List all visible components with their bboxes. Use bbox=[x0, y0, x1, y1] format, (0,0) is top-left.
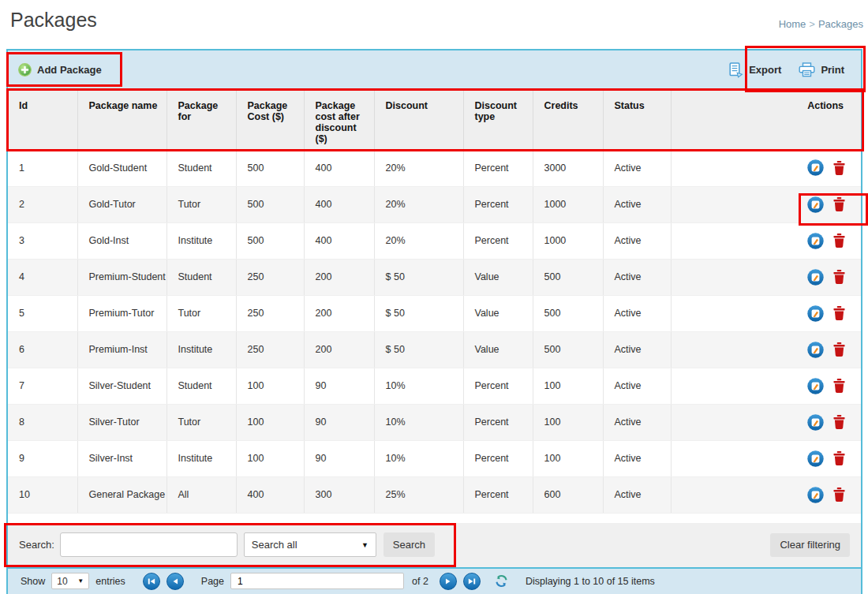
cell-discount: $ 50 bbox=[374, 259, 463, 295]
first-page-button[interactable] bbox=[143, 573, 160, 590]
edit-button[interactable] bbox=[807, 414, 824, 431]
cell-credits: 1000 bbox=[533, 222, 603, 259]
cell-cost: 500 bbox=[236, 150, 304, 186]
breadcrumb-home-link[interactable]: Home bbox=[779, 18, 806, 30]
edit-button[interactable] bbox=[807, 378, 824, 394]
delete-button[interactable] bbox=[833, 379, 845, 393]
trash-icon bbox=[833, 488, 845, 502]
column-header-discount: Discount bbox=[374, 89, 463, 150]
cell-actions bbox=[671, 368, 861, 404]
cell-id: 9 bbox=[8, 440, 77, 476]
delete-button[interactable] bbox=[833, 233, 845, 248]
export-button[interactable]: Export bbox=[729, 62, 781, 78]
of-total-label: of 2 bbox=[412, 576, 428, 587]
delete-button[interactable] bbox=[833, 197, 845, 211]
cell-actions bbox=[671, 186, 861, 222]
next-page-button[interactable] bbox=[440, 573, 457, 590]
table-row: 10 General Package All 400 300 25% Perce… bbox=[8, 476, 861, 513]
cell-package-for: Student bbox=[166, 368, 236, 404]
refresh-button[interactable] bbox=[495, 574, 508, 588]
print-icon bbox=[799, 62, 815, 77]
cell-credits: 500 bbox=[533, 259, 603, 295]
search-filter-select[interactable]: Search all ▼ bbox=[244, 532, 376, 557]
entries-select[interactable]: 10 ▼ bbox=[51, 573, 89, 589]
breadcrumb-separator: > bbox=[809, 18, 815, 30]
chevron-down-icon: ▼ bbox=[361, 541, 369, 549]
trash-icon bbox=[833, 379, 845, 393]
cell-cost: 250 bbox=[236, 295, 304, 331]
search-input[interactable] bbox=[60, 532, 238, 557]
cell-credits: 1000 bbox=[533, 186, 603, 222]
delete-button[interactable] bbox=[833, 306, 845, 320]
cell-credits: 100 bbox=[533, 404, 603, 440]
column-header-status: Status bbox=[603, 89, 671, 150]
print-button[interactable]: Print bbox=[799, 62, 844, 77]
cell-cost: 500 bbox=[236, 222, 304, 259]
cell-actions bbox=[671, 259, 861, 295]
cell-actions bbox=[671, 440, 861, 476]
pagination-nav-left bbox=[143, 573, 184, 590]
cell-id: 1 bbox=[8, 150, 77, 186]
cell-discount: 25% bbox=[374, 476, 463, 513]
cell-status: Active bbox=[603, 440, 671, 476]
edit-icon bbox=[807, 233, 824, 249]
search-button[interactable]: Search bbox=[383, 532, 435, 557]
packages-grid: Add Package Export bbox=[6, 49, 862, 594]
cell-discount-type: Percent bbox=[463, 476, 533, 513]
edit-button[interactable] bbox=[807, 159, 824, 176]
cell-status: Active bbox=[603, 295, 671, 331]
column-header-package-for: Package for bbox=[166, 89, 236, 150]
cell-cost: 100 bbox=[236, 404, 304, 440]
edit-button[interactable] bbox=[807, 342, 824, 358]
search-label: Search: bbox=[19, 539, 54, 551]
delete-button[interactable] bbox=[833, 415, 845, 429]
cell-id: 10 bbox=[8, 476, 77, 513]
page-input[interactable] bbox=[230, 573, 404, 589]
cell-discount: $ 50 bbox=[374, 331, 463, 368]
edit-button[interactable] bbox=[807, 305, 824, 322]
cell-credits: 500 bbox=[533, 295, 603, 331]
cell-cost: 100 bbox=[236, 440, 304, 476]
cell-package-for: Institute bbox=[166, 331, 236, 368]
entries-label: entries bbox=[95, 576, 125, 587]
cell-cost-after: 300 bbox=[304, 476, 374, 513]
delete-button[interactable] bbox=[833, 488, 845, 502]
trash-icon bbox=[833, 197, 845, 211]
toolbar-right-group: Export Print bbox=[729, 62, 851, 78]
cell-package-for: Institute bbox=[166, 222, 236, 259]
breadcrumb: Home>Packages bbox=[779, 18, 863, 30]
edit-button[interactable] bbox=[807, 233, 824, 249]
cell-package-for: Tutor bbox=[166, 404, 236, 440]
edit-icon bbox=[807, 159, 824, 176]
cell-cost-after: 90 bbox=[304, 368, 374, 404]
prev-page-button[interactable] bbox=[166, 573, 184, 590]
print-label: Print bbox=[821, 64, 844, 76]
cell-package-name: Premium-Student bbox=[77, 259, 166, 295]
trash-icon bbox=[833, 161, 845, 175]
add-package-label: Add Package bbox=[37, 64, 102, 76]
cell-id: 8 bbox=[8, 404, 77, 440]
delete-button[interactable] bbox=[833, 161, 845, 175]
edit-button[interactable] bbox=[807, 450, 824, 467]
cell-package-name: Gold-Student bbox=[77, 150, 166, 186]
table-row: 8 Silver-Tutor Tutor 100 90 10% Percent … bbox=[8, 404, 861, 440]
edit-button[interactable] bbox=[807, 196, 824, 213]
edit-button[interactable] bbox=[807, 487, 824, 503]
page-label: Page bbox=[201, 576, 224, 587]
add-package-button[interactable]: Add Package bbox=[18, 63, 102, 77]
cell-cost: 400 bbox=[236, 476, 304, 513]
table-row: 3 Gold-Inst Institute 500 400 20% Percen… bbox=[8, 222, 861, 259]
delete-button[interactable] bbox=[833, 270, 845, 284]
delete-button[interactable] bbox=[833, 342, 845, 357]
cell-package-name: Premium-Tutor bbox=[77, 295, 166, 331]
last-page-button[interactable] bbox=[463, 573, 481, 590]
clear-filtering-button[interactable]: Clear filtering bbox=[770, 533, 850, 557]
cell-credits: 3000 bbox=[533, 150, 603, 186]
trash-icon bbox=[833, 306, 845, 320]
cell-status: Active bbox=[603, 150, 671, 186]
cell-actions bbox=[671, 222, 861, 259]
table-header-row: Id Package name Package for Package Cost… bbox=[8, 89, 861, 150]
edit-button[interactable] bbox=[807, 269, 824, 286]
delete-button[interactable] bbox=[833, 451, 845, 465]
cell-package-name: Silver-Tutor bbox=[77, 404, 166, 440]
